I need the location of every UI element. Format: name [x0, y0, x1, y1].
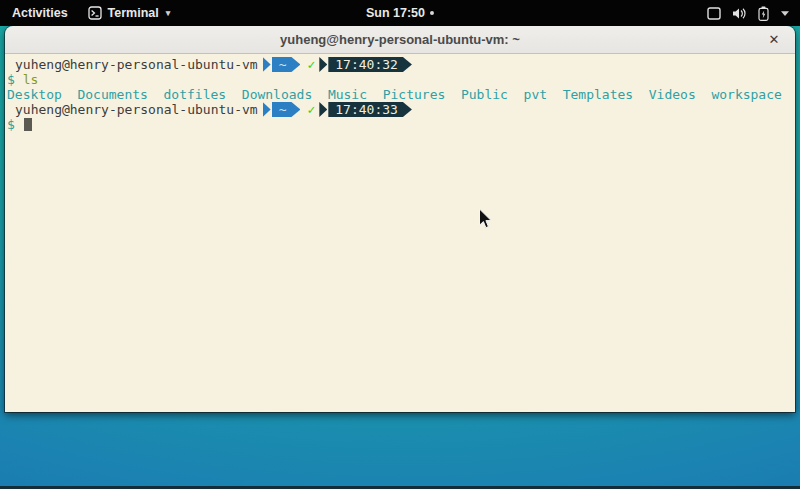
terminal-window: yuheng@henry-personal-ubuntu-vm: ~ ✕ yuh…	[5, 26, 795, 412]
system-tray-button[interactable]	[697, 0, 800, 26]
check-icon: ✓	[307, 102, 315, 117]
prompt-path-segment: ~	[272, 102, 301, 117]
text-cursor	[24, 118, 32, 131]
battery-charging-icon	[758, 6, 769, 21]
notification-dot-icon	[430, 11, 434, 15]
clock-button[interactable]: Sun 17:50	[366, 0, 434, 26]
volume-icon	[732, 7, 747, 20]
powerline-arrow-icon	[263, 102, 271, 117]
screen-icon	[707, 7, 721, 20]
prompt-dollar: $	[7, 72, 15, 87]
check-icon: ✓	[307, 57, 315, 72]
prompt-path-segment: ~	[272, 57, 301, 72]
command-line: $ ls	[7, 72, 795, 87]
topbar-left: Activities Terminal ▾	[0, 0, 178, 26]
input-line[interactable]: $	[7, 117, 795, 132]
prompt-user: yuheng@henry-personal-ubuntu-vm	[15, 102, 258, 117]
top-bar: Activities Terminal ▾ Sun 17:50	[0, 0, 800, 26]
ls-output: Desktop Documents dotfiles Downloads Mus…	[7, 87, 795, 102]
prompt-time-segment: 17:40:32	[328, 57, 412, 72]
close-button[interactable]: ✕	[765, 31, 783, 49]
window-title: yuheng@henry-personal-ubuntu-vm: ~	[280, 32, 520, 47]
prompt-time: 17:40:33	[335, 102, 398, 117]
terminal-body[interactable]: yuheng@henry-personal-ubuntu-vm ~ ✓ 17:4…	[5, 54, 795, 412]
prompt-user: yuheng@henry-personal-ubuntu-vm	[15, 57, 258, 72]
chevron-down-icon	[780, 10, 790, 17]
clock-label: Sun 17:50	[366, 6, 425, 20]
prompt-path: ~	[279, 102, 287, 117]
prompt-dollar: $	[7, 117, 15, 132]
chevron-down-icon: ▾	[166, 8, 171, 18]
prompt-line: yuheng@henry-personal-ubuntu-vm ~ ✓ 17:4…	[7, 102, 795, 117]
prompt-time: 17:40:32	[335, 57, 398, 72]
activities-button[interactable]: Activities	[0, 0, 80, 26]
command-text: ls	[23, 72, 39, 87]
app-menu-button[interactable]: Terminal ▾	[80, 0, 179, 26]
terminal-icon	[88, 6, 102, 20]
titlebar[interactable]: yuheng@henry-personal-ubuntu-vm: ~ ✕	[5, 26, 795, 54]
desktop-background: Activities Terminal ▾ Sun 17:50	[0, 0, 800, 489]
powerline-arrow-icon	[263, 57, 271, 72]
powerline-arrow-icon	[319, 102, 327, 117]
prompt-path: ~	[279, 57, 287, 72]
powerline-arrow-icon	[319, 57, 327, 72]
app-menu-label: Terminal	[108, 6, 159, 20]
prompt-time-segment: 17:40:33	[328, 102, 412, 117]
prompt-line: yuheng@henry-personal-ubuntu-vm ~ ✓ 17:4…	[7, 57, 795, 72]
